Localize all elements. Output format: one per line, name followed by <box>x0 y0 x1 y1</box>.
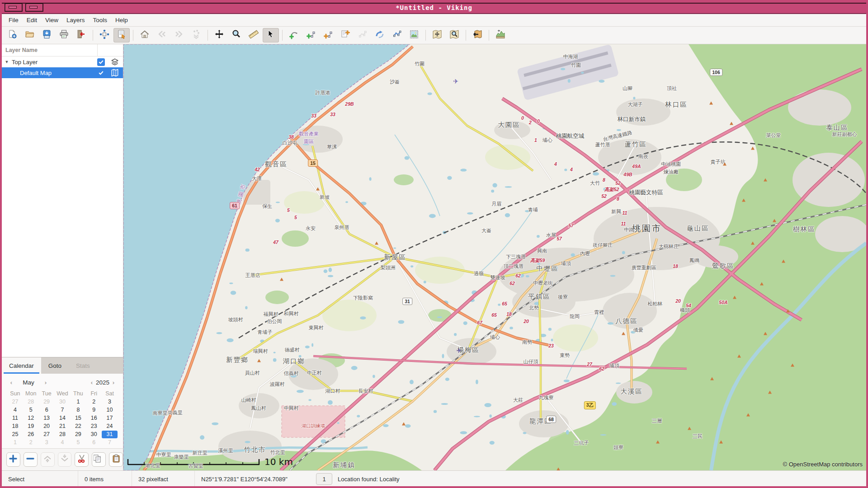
menu-tools[interactable]: Tools <box>89 15 112 25</box>
cut-layer-button[interactable] <box>75 452 89 467</box>
paste-layer-button[interactable] <box>109 452 123 467</box>
calendar-day[interactable]: 7 <box>102 439 118 446</box>
create-waypoint-button[interactable] <box>286 28 302 42</box>
create-route-button[interactable] <box>320 28 336 42</box>
calendar-day[interactable]: 27 <box>7 398 23 406</box>
calendar-day[interactable]: 4 <box>55 439 71 446</box>
layer-row-top-layer[interactable]: ▼Top Layer <box>2 56 123 67</box>
calendar-day[interactable]: 21 <box>55 422 71 430</box>
map-label: 中海湖 <box>563 53 578 60</box>
menu-file[interactable]: File <box>5 15 23 25</box>
map-pan-button[interactable] <box>429 28 445 42</box>
route-finder-button[interactable] <box>372 28 388 42</box>
calendar-day[interactable]: 29 <box>39 398 55 406</box>
calendar-day[interactable]: 22 <box>70 422 86 430</box>
create-track-icon <box>306 29 316 42</box>
calendar-day[interactable]: 1 <box>70 398 86 406</box>
calendar-day[interactable]: 2 <box>23 439 39 446</box>
remove-layer-button[interactable] <box>24 452 38 467</box>
toolbar-separator <box>425 30 426 41</box>
map-label: 埔頂 <box>561 260 571 267</box>
tab-goto[interactable]: Goto <box>41 357 69 374</box>
calendar-day[interactable]: 2 <box>86 398 102 406</box>
map-label: 康樂里 <box>174 454 189 460</box>
layer-visibility-checkbox[interactable] <box>97 69 105 77</box>
layer-row-default-map[interactable]: Default Map <box>2 67 123 78</box>
calendar-day-selected[interactable]: 31 <box>102 431 118 438</box>
calendar-day[interactable]: 3 <box>39 439 55 446</box>
remove-layer-icon <box>25 453 36 466</box>
calendar-day[interactable]: 9 <box>86 406 102 414</box>
expander-icon[interactable]: ▼ <box>2 60 12 64</box>
calendar-day[interactable]: 28 <box>55 431 71 438</box>
calendar-day[interactable]: 7 <box>55 406 71 414</box>
home-location-button[interactable] <box>137 28 153 42</box>
calendar-day[interactable]: 3 <box>102 398 118 406</box>
next-month-button[interactable]: › <box>42 379 50 386</box>
prev-year-button[interactable]: ‹ <box>88 379 96 386</box>
calendar-day[interactable]: 10 <box>102 406 118 414</box>
dem-download-button[interactable] <box>492 28 509 42</box>
menu-help[interactable]: Help <box>111 15 132 25</box>
calendar-day[interactable]: 23 <box>86 422 102 430</box>
exit-button[interactable] <box>73 28 90 42</box>
prev-month-button[interactable]: ‹ <box>7 379 15 386</box>
peak-icon <box>773 219 776 222</box>
calendar-day[interactable]: 24 <box>102 422 118 430</box>
layer-properties-button[interactable] <box>113 28 130 42</box>
map-viewport[interactable]: 10 km © OpenStreetMap contributors 觀音區大園… <box>123 44 866 470</box>
new-file-button[interactable] <box>5 28 21 42</box>
next-year-button[interactable]: › <box>109 379 118 386</box>
calendar-day[interactable]: 16 <box>86 414 102 422</box>
open-file-button[interactable] <box>22 28 38 42</box>
zoom-to-fit-button[interactable] <box>96 28 113 42</box>
calendar-day[interactable]: 4 <box>7 406 23 414</box>
select-tool-button[interactable] <box>263 28 279 42</box>
calendar-day[interactable]: 13 <box>39 414 55 422</box>
calendar-day[interactable]: 12 <box>23 414 39 422</box>
calendar-day[interactable]: 29 <box>70 431 86 438</box>
calendar-day[interactable]: 1 <box>7 439 23 446</box>
add-layer-button[interactable] <box>6 452 20 467</box>
calendar-day[interactable]: 30 <box>55 398 71 406</box>
edit-route-button[interactable] <box>389 28 405 42</box>
ruler-tool-button[interactable] <box>245 28 262 42</box>
titlebar[interactable]: *Untitled - Viking <box>2 2 866 14</box>
save-file-button[interactable] <box>39 28 55 42</box>
map-label: 古賢里 <box>189 463 203 469</box>
menu-view[interactable]: View <box>41 15 62 25</box>
tab-calendar[interactable]: Calendar <box>2 357 41 374</box>
layer-visibility-checkbox[interactable] <box>97 58 105 66</box>
map-download-button[interactable] <box>469 28 486 42</box>
status-level-button[interactable]: 1 <box>316 473 332 485</box>
edit-waypoint-button[interactable] <box>337 28 354 42</box>
calendar-day[interactable]: 17 <box>102 414 118 422</box>
pan-tool-button[interactable] <box>211 28 227 42</box>
calendar-day[interactable]: 6 <box>39 406 55 414</box>
calendar-day[interactable]: 5 <box>70 439 86 446</box>
status-items: 0 items <box>78 471 132 487</box>
calendar-day[interactable]: 28 <box>23 398 39 406</box>
zoom-tool-button[interactable] <box>228 28 245 42</box>
peak-icon <box>375 242 378 245</box>
calendar-day[interactable]: 11 <box>7 414 23 422</box>
calendar-day[interactable]: 6 <box>86 439 102 446</box>
calendar-day[interactable]: 18 <box>7 422 23 430</box>
copy-layer-button[interactable] <box>92 452 106 467</box>
create-track-button[interactable] <box>303 28 319 42</box>
calendar-day[interactable]: 15 <box>70 414 86 422</box>
calendar-day[interactable]: 26 <box>23 431 39 438</box>
calendar-day[interactable]: 14 <box>55 414 71 422</box>
print-button[interactable] <box>56 28 72 42</box>
calendar-day[interactable]: 27 <box>39 431 55 438</box>
calendar-day[interactable]: 20 <box>39 422 55 430</box>
calendar-day[interactable]: 25 <box>7 431 23 438</box>
calendar-day[interactable]: 19 <box>23 422 39 430</box>
calendar-day[interactable]: 8 <box>70 406 86 414</box>
menu-layers[interactable]: Layers <box>62 15 89 25</box>
calendar-day[interactable]: 30 <box>86 431 102 438</box>
map-zoom-button[interactable] <box>446 28 462 42</box>
calendar-day[interactable]: 5 <box>23 406 39 414</box>
menu-edit[interactable]: Edit <box>23 15 41 25</box>
show-picture-button[interactable] <box>406 28 422 42</box>
